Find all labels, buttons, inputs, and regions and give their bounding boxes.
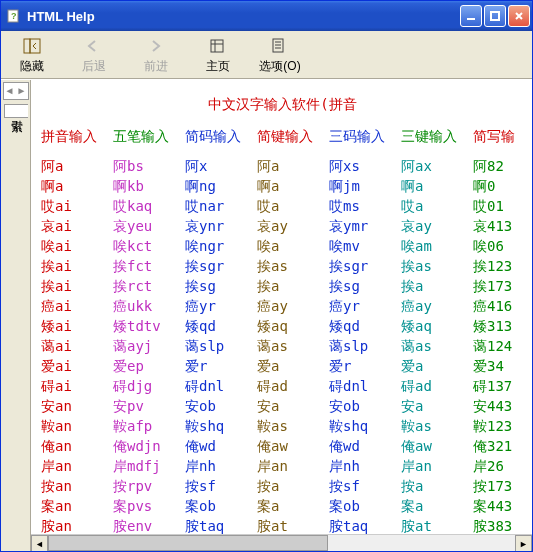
table-cell: 案443 bbox=[473, 496, 532, 516]
table-cell: 俺aw bbox=[257, 436, 329, 456]
page-title: 中文汉字输入软件(拼音 bbox=[41, 96, 524, 114]
scroll-right-button[interactable]: ► bbox=[515, 535, 532, 551]
table-cell: 唉kct bbox=[113, 236, 185, 256]
table-cell: 胺383 bbox=[473, 516, 532, 536]
scroll-left-button[interactable]: ◄ bbox=[31, 535, 48, 551]
table-cell: 哀yeu bbox=[113, 216, 185, 236]
tab-index[interactable]: 索引 bbox=[4, 104, 28, 118]
scroll-thumb[interactable] bbox=[48, 535, 328, 551]
table-row: 案an案pvs案ob案a案ob案a案443 bbox=[41, 496, 524, 516]
forward-label: 前进 bbox=[144, 58, 168, 75]
table-cell: 癌ukk bbox=[113, 296, 185, 316]
table-cell: 癌ai bbox=[41, 296, 113, 316]
content-pane: 中文汉字输入软件(拼音 拼音输入五笔输入简码输入简键输入三码输入三键输入简写输 … bbox=[31, 80, 532, 551]
table-cell: 岸an bbox=[41, 456, 113, 476]
table-cell: 爱r bbox=[329, 356, 401, 376]
table-cell: 哀ay bbox=[401, 216, 473, 236]
table-cell: 啊a bbox=[41, 176, 113, 196]
options-icon bbox=[269, 35, 291, 57]
table-cell: 胺at bbox=[257, 516, 329, 536]
table-cell: 癌ay bbox=[257, 296, 329, 316]
table-cell: 碍ai bbox=[41, 376, 113, 396]
table-row: 啊a啊kb啊ng啊a啊jm啊a啊0 bbox=[41, 176, 524, 196]
table-cell: 哀ymr bbox=[329, 216, 401, 236]
table-cell: 爱ai bbox=[41, 356, 113, 376]
table-cell: 碍djg bbox=[113, 376, 185, 396]
column-header: 五笔输入 bbox=[113, 128, 185, 146]
table-cell: 俺wd bbox=[185, 436, 257, 456]
table-cell: 蔼ai bbox=[41, 336, 113, 356]
table-cell: 胺an bbox=[41, 516, 113, 536]
table-cell: 挨173 bbox=[473, 276, 532, 296]
table-cell: 安443 bbox=[473, 396, 532, 416]
table-cell: 俺wdjn bbox=[113, 436, 185, 456]
data-rows: 阿a阿bs阿x阿a阿xs阿ax阿82啊a啊kb啊ng啊a啊jm啊a啊0哎ai哎k… bbox=[41, 156, 524, 536]
table-row: 岸an岸mdfj岸nh岸an岸nh岸an岸26 bbox=[41, 456, 524, 476]
table-cell: 爱ep bbox=[113, 356, 185, 376]
table-cell: 按a bbox=[401, 476, 473, 496]
table-cell: 胺taq bbox=[185, 516, 257, 536]
table-cell: 挨123 bbox=[473, 256, 532, 276]
svg-rect-2 bbox=[467, 18, 475, 20]
scroll-track[interactable] bbox=[48, 535, 515, 551]
table-cell: 安ob bbox=[329, 396, 401, 416]
table-cell: 岸nh bbox=[185, 456, 257, 476]
maximize-button[interactable] bbox=[484, 5, 506, 27]
table-cell: 鞍as bbox=[401, 416, 473, 436]
table-cell: 矮qd bbox=[185, 316, 257, 336]
table-row: 癌ai癌ukk癌yr癌ay癌yr癌ay癌416 bbox=[41, 296, 524, 316]
chevron-left-icon: ◄ bbox=[4, 83, 16, 99]
table-cell: 按a bbox=[257, 476, 329, 496]
table-cell: 唉ngr bbox=[185, 236, 257, 256]
home-button[interactable]: 主页 bbox=[193, 35, 243, 75]
titlebar[interactable]: ? HTML Help bbox=[1, 1, 532, 31]
table-cell: 唉a bbox=[257, 236, 329, 256]
table-cell: 阿82 bbox=[473, 156, 532, 176]
nav-pane: ◄► 索引 bbox=[1, 80, 31, 551]
horizontal-scrollbar[interactable]: ◄ ► bbox=[31, 534, 532, 551]
table-cell: 啊ng bbox=[185, 176, 257, 196]
table-cell: 唉ai bbox=[41, 236, 113, 256]
nav-scroll[interactable]: ◄► bbox=[3, 82, 29, 100]
table-cell: 挨sgr bbox=[329, 256, 401, 276]
back-label: 后退 bbox=[82, 58, 106, 75]
svg-rect-6 bbox=[211, 40, 223, 52]
hide-label: 隐藏 bbox=[20, 58, 44, 75]
table-cell: 胺env bbox=[113, 516, 185, 536]
table-cell: 安an bbox=[41, 396, 113, 416]
table-row: 按an按rpv按sf按a按sf按a按173 bbox=[41, 476, 524, 496]
table-cell: 爱r bbox=[185, 356, 257, 376]
hide-button[interactable]: 隐藏 bbox=[7, 35, 57, 75]
table-cell: 胺at bbox=[401, 516, 473, 536]
table-cell: 阿xs bbox=[329, 156, 401, 176]
table-cell: 碍ad bbox=[257, 376, 329, 396]
table-cell: 癌416 bbox=[473, 296, 532, 316]
home-label: 主页 bbox=[206, 58, 230, 75]
options-button[interactable]: 选项(O) bbox=[255, 35, 305, 75]
table-row: 唉ai唉kct唉ngr唉a唉mv唉am唉06 bbox=[41, 236, 524, 256]
table-cell: 挨a bbox=[401, 276, 473, 296]
table-cell: 啊kb bbox=[113, 176, 185, 196]
table-cell: 鞍shq bbox=[185, 416, 257, 436]
table-cell: 挨ai bbox=[41, 276, 113, 296]
table-row: 哎ai哎kaq哎nar哎a哎ms哎a哎01 bbox=[41, 196, 524, 216]
table-cell: 岸26 bbox=[473, 456, 532, 476]
table-row: 鞍an鞍afp鞍shq鞍as鞍shq鞍as鞍123 bbox=[41, 416, 524, 436]
table-row: 挨ai挨rct挨sg挨a挨sg挨a挨173 bbox=[41, 276, 524, 296]
table-row: 安an安pv安ob安a安ob安a安443 bbox=[41, 396, 524, 416]
table-row: 挨ai挨fct挨sgr挨as挨sgr挨as挨123 bbox=[41, 256, 524, 276]
table-cell: 挨a bbox=[257, 276, 329, 296]
table-cell: 挨ai bbox=[41, 256, 113, 276]
column-header: 简码输入 bbox=[185, 128, 257, 146]
column-header: 简写输 bbox=[473, 128, 532, 146]
close-button[interactable] bbox=[508, 5, 530, 27]
table-cell: 岸an bbox=[257, 456, 329, 476]
table-cell: 阿x bbox=[185, 156, 257, 176]
table-cell: 胺taq bbox=[329, 516, 401, 536]
table-cell: 岸nh bbox=[329, 456, 401, 476]
table-cell: 案pvs bbox=[113, 496, 185, 516]
chevron-right-icon: ► bbox=[16, 83, 28, 99]
table-cell: 矮tdtv bbox=[113, 316, 185, 336]
minimize-button[interactable] bbox=[460, 5, 482, 27]
table-cell: 案a bbox=[401, 496, 473, 516]
